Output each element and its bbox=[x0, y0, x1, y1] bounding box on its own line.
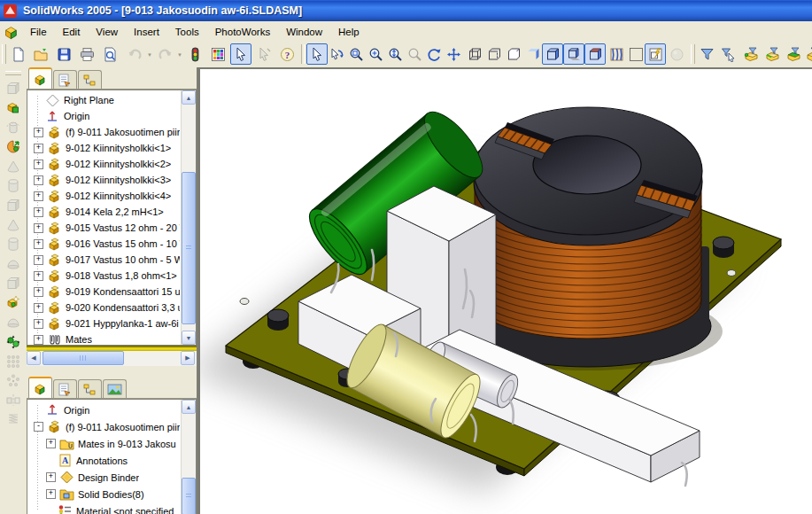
render-sphere-button[interactable] bbox=[666, 43, 687, 65]
toroid-inductor-coil[interactable] bbox=[465, 107, 711, 367]
previous-view-button[interactable] bbox=[326, 43, 347, 65]
tree-item-annotations[interactable]: Annotations bbox=[29, 452, 180, 469]
hidden-lines-visible-button[interactable] bbox=[483, 43, 505, 65]
tree-item-component[interactable]: +9-019 Kondensaattori 15 u bbox=[29, 284, 180, 300]
expand-toggle[interactable]: + bbox=[34, 223, 43, 233]
clear-all-filters-button[interactable] bbox=[802, 43, 812, 65]
menu-photoworks[interactable]: PhotoWorks bbox=[207, 24, 278, 40]
undo-dropdown-arrow[interactable]: ▼ bbox=[147, 52, 152, 58]
view-orientation-button[interactable] bbox=[606, 43, 627, 65]
redo-dropdown-arrow[interactable]: ▼ bbox=[177, 52, 182, 58]
tree-item-component[interactable]: +9-020 Kondensaattori 3,3 u bbox=[29, 300, 180, 315]
tree-item-component[interactable]: +9-015 Vastus 12 ohm - 20 W bbox=[29, 220, 180, 236]
configurationmanager-tab[interactable] bbox=[78, 70, 102, 89]
tree-item-component[interactable]: +9-017 Vastus 10 ohm - 5 W bbox=[29, 252, 180, 268]
tree-item-component[interactable]: -(f) 9-011 Jakosuotimen piir bbox=[29, 418, 180, 435]
boss-extrude-button[interactable] bbox=[2, 78, 25, 97]
expand-toggle[interactable]: + bbox=[34, 191, 43, 201]
fillet-button[interactable] bbox=[2, 195, 25, 214]
featuremanager-tab[interactable] bbox=[28, 377, 52, 398]
edit-part-button[interactable] bbox=[2, 97, 25, 117]
tree-item-component[interactable]: +(f) 9-011 Jakosuotimen piir bbox=[29, 124, 180, 140]
loft-button[interactable] bbox=[2, 175, 25, 195]
menu-file[interactable]: File bbox=[22, 24, 55, 40]
open-button[interactable] bbox=[30, 43, 51, 65]
scroll-up-button[interactable]: ▲ bbox=[182, 90, 196, 105]
chamfer-button[interactable] bbox=[2, 214, 25, 234]
lower-vertical-scrollbar[interactable]: ▲ bbox=[181, 400, 196, 514]
filter-edges-button[interactable] bbox=[762, 43, 783, 65]
exploded-view-button[interactable] bbox=[2, 409, 25, 429]
expand-toggle[interactable]: + bbox=[34, 207, 43, 217]
realview-button[interactable] bbox=[625, 43, 646, 65]
dome-button[interactable] bbox=[2, 312, 25, 331]
expand-toggle[interactable]: + bbox=[34, 303, 43, 313]
shaded-button[interactable] bbox=[522, 43, 544, 65]
rib-button[interactable] bbox=[2, 234, 25, 253]
edit-color-button[interactable] bbox=[207, 43, 228, 65]
expand-toggle[interactable]: + bbox=[46, 489, 56, 499]
zoom-to-fit-button[interactable] bbox=[345, 43, 367, 65]
pan-button[interactable] bbox=[443, 43, 464, 65]
help-button[interactable] bbox=[276, 43, 298, 65]
scrollbar-thumb[interactable] bbox=[182, 478, 196, 514]
shell-button[interactable] bbox=[2, 253, 25, 273]
tree-item-component[interactable]: +9-012 Kiinnitysholkki<3> bbox=[29, 172, 180, 188]
expand-toggle[interactable]: + bbox=[34, 160, 43, 169]
new-button[interactable] bbox=[7, 43, 28, 65]
rotate-view-button[interactable] bbox=[423, 43, 445, 65]
select-button[interactable] bbox=[230, 43, 251, 65]
tree-item-solid-bodies[interactable]: +Solid Bodies(8) bbox=[29, 486, 180, 502]
shaded-with-edges-button[interactable] bbox=[542, 43, 563, 65]
move-component-button[interactable] bbox=[2, 331, 25, 351]
scrollbar-thumb[interactable] bbox=[182, 172, 196, 324]
propertymanager-tab[interactable] bbox=[53, 379, 77, 398]
menu-tools[interactable]: Tools bbox=[167, 24, 207, 40]
menu-insert[interactable]: Insert bbox=[126, 24, 167, 40]
expand-toggle[interactable]: + bbox=[34, 144, 43, 153]
graphics-viewport[interactable] bbox=[198, 67, 812, 514]
filter-vertices-button[interactable] bbox=[740, 43, 762, 65]
linear-pattern-button[interactable] bbox=[2, 351, 25, 370]
tree-item-origin[interactable]: Origin bbox=[29, 401, 180, 418]
menu-help[interactable]: Help bbox=[330, 24, 367, 40]
tree-item-component[interactable]: +9-012 Kiinnitysholkki<2> bbox=[29, 156, 180, 172]
tree-item-component[interactable]: +9-012 Kiinnitysholkki<4> bbox=[29, 188, 180, 204]
toolbar-grip[interactable] bbox=[5, 71, 21, 75]
tree-item-material[interactable]: Material <not specified bbox=[29, 502, 180, 514]
select-other-button[interactable] bbox=[253, 43, 275, 65]
expand-toggle[interactable]: + bbox=[34, 255, 43, 265]
tree-item-component[interactable]: +9-012 Kiinnitysholkki<1> bbox=[29, 140, 180, 156]
tree-item-component[interactable]: +9-014 Kela 2,2 mH<1> bbox=[29, 204, 180, 220]
toolbar-grip[interactable] bbox=[691, 44, 695, 64]
tree-item-design-binder[interactable]: +Design Binder bbox=[29, 469, 180, 486]
sweep-button[interactable] bbox=[2, 156, 25, 175]
shadows-button[interactable] bbox=[563, 43, 584, 65]
tree-item-origin[interactable]: Origin bbox=[29, 108, 180, 124]
rebuild-button[interactable] bbox=[184, 43, 205, 65]
expand-toggle[interactable]: + bbox=[34, 335, 43, 345]
hidden-lines-removed-button[interactable] bbox=[503, 43, 524, 65]
toggle-selection-filter-button[interactable] bbox=[696, 43, 717, 65]
expand-toggle[interactable]: + bbox=[34, 175, 43, 185]
zoom-in-out-button[interactable] bbox=[384, 43, 406, 65]
tree-item-mates-folder[interactable]: +Mates in 9-013 Jakosu bbox=[29, 435, 180, 452]
photoworks-preview-button[interactable] bbox=[645, 43, 666, 65]
expand-toggle[interactable]: + bbox=[34, 271, 43, 281]
expand-toggle[interactable]: + bbox=[34, 239, 43, 249]
tree-item-component[interactable]: +9-016 Vastus 15 ohm - 10 W bbox=[29, 236, 180, 252]
menu-view[interactable]: View bbox=[88, 24, 126, 40]
revolve-button[interactable] bbox=[2, 117, 25, 136]
menu-window[interactable]: Window bbox=[278, 24, 330, 40]
draft-button[interactable] bbox=[2, 273, 25, 292]
scroll-left-button[interactable]: ◀ bbox=[27, 351, 41, 365]
configurationmanager-tab[interactable] bbox=[78, 379, 102, 398]
undo-button[interactable] bbox=[124, 43, 145, 65]
featuremanager-tab[interactable] bbox=[28, 67, 52, 89]
expand-toggle[interactable]: + bbox=[34, 128, 43, 137]
print-preview-button[interactable] bbox=[99, 43, 120, 65]
expand-toggle[interactable]: + bbox=[34, 287, 43, 297]
scroll-right-button[interactable]: ▶ bbox=[181, 351, 195, 365]
select-through-faces-button[interactable] bbox=[717, 43, 739, 65]
scroll-up-button[interactable]: ▲ bbox=[182, 400, 196, 414]
